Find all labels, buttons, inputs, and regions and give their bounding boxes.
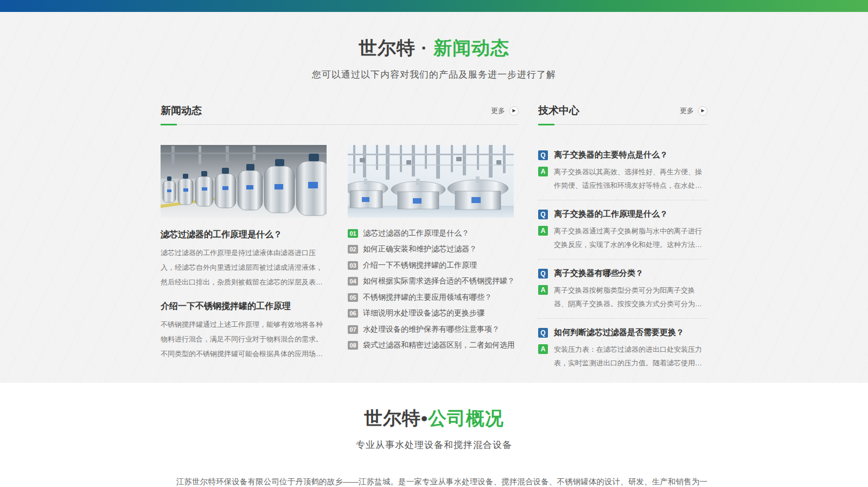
list-item[interactable]: 03介绍一下不锈钢搅拌罐的工作原理 (348, 257, 519, 274)
qa-question-text: 离子交换器有哪些分类？ (554, 268, 643, 279)
tech-center-column: 技术中心 更多 ▶ Q离子交换器的主要特点是什么？ A离子交换器以其高效、选择性… (538, 104, 707, 377)
news-image-mixers[interactable] (348, 145, 514, 218)
list-item-title: 不锈钢搅拌罐的主要应用领域有哪些？ (363, 293, 492, 302)
list-item-title: 详细说明水处理设备滤芯的更换步骤 (363, 308, 484, 318)
list-item[interactable]: 04如何根据实际需求选择合适的不锈钢搅拌罐？ (348, 274, 519, 290)
qa-answer-text: 离子交换器通过离子交换树脂与水中的离子进行交换反应，实现了水的净化和处理。这种方… (554, 224, 707, 251)
article-title[interactable]: 滤芯过滤器的工作原理是什么？ (161, 229, 327, 241)
list-item-title: 如何正确安装和维护滤芯过滤器？ (363, 244, 477, 254)
q-badge-icon: Q (538, 150, 548, 160)
qa-question[interactable]: Q离子交换器有哪些分类？ (538, 268, 707, 279)
list-number-badge: 01 (348, 229, 358, 238)
company-title-highlight: 公司概况 (428, 408, 504, 428)
list-item[interactable]: 06详细说明水处理设备滤芯的更换步骤 (348, 306, 519, 322)
list-number-badge: 06 (348, 309, 358, 318)
article-excerpt: 不锈钢搅拌罐通过上述工作原理，能够有效地将各种物料进行混合，满足不同行业对于物料… (161, 317, 327, 361)
list-item[interactable]: 01滤芯过滤器的工作原理是什么？ (348, 225, 519, 242)
qa-answer-text: 离子交换器按树脂类型分类可分为阳离子交换器、阴离子交换器。按按交换方式分类可分为… (554, 283, 707, 311)
tech-more-label: 更多 (680, 106, 694, 116)
list-item[interactable]: 02如何正确安装和维护滤芯过滤器？ (348, 242, 519, 258)
tech-header-divider (538, 124, 707, 125)
arrow-right-icon: ▶ (509, 106, 519, 116)
list-item[interactable]: 05不锈钢搅拌罐的主要应用领域有哪些？ (348, 289, 519, 306)
qa-question[interactable]: Q离子交换器的主要特点是什么？ (538, 150, 707, 160)
qa-question-text: 离子交换器的主要特点是什么？ (554, 150, 668, 160)
list-item-title: 袋式过滤器和精密过滤器区别，二者如何选用 (363, 340, 515, 350)
news-section: 世尔特 · 新闻动态 您可以通过以下内容对我们的产品及服务进一步进行了解 新闻动… (0, 12, 868, 383)
company-section-subtitle: 专业从事水处理设备和搅拌混合设备 (0, 439, 868, 451)
company-intro-paragraph: 江苏世尔特环保设备有限公司位于丹顶鹤的故乡——江苏盐城。是一家专业从事水处理设备… (161, 473, 707, 487)
company-title-prefix: 世尔特• (364, 408, 428, 428)
news-column: 新闻动态 更多 ▶ (161, 104, 519, 377)
qa-question-text: 如何判断滤芯过滤器是否需要更换？ (554, 327, 684, 338)
green-accent-segment (161, 124, 177, 125)
company-section: 世尔特•公司概况 专业从事水处理设备和搅拌混合设备 江苏世尔特环保设备有限公司位… (0, 383, 868, 487)
list-item[interactable]: 08袋式过滤器和精密过滤器区别，二者如何选用 (348, 338, 519, 354)
list-item-title: 介绍一下不锈钢搅拌罐的工作原理 (363, 261, 477, 270)
list-number-badge: 03 (348, 261, 358, 270)
news-section-subtitle: 您可以通过以下内容对我们的产品及服务进一步进行了解 (0, 68, 868, 81)
qa-item: Q离子交换器有哪些分类？ A离子交换器按树脂类型分类可分为阳离子交换器、阴离子交… (538, 259, 707, 318)
q-badge-icon: Q (538, 328, 548, 338)
news-title-prefix: 世尔特 · (359, 37, 433, 58)
list-number-badge: 02 (348, 245, 358, 254)
list-item-title: 滤芯过滤器的工作原理是什么？ (363, 229, 469, 238)
top-gradient-bar (0, 0, 868, 12)
arrow-right-icon: ▶ (698, 106, 707, 116)
news-article: 介绍一下不锈钢搅拌罐的工作原理 不锈钢搅拌罐通过上述工作原理，能够有效地将各种物… (161, 301, 327, 361)
list-number-badge: 04 (348, 277, 358, 286)
list-item-title: 如何根据实际需求选择合适的不锈钢搅拌罐？ (363, 276, 515, 286)
a-badge-icon: A (538, 167, 548, 176)
qa-question[interactable]: Q离子交换器的工作原理是什么？ (538, 209, 707, 219)
qa-item: Q离子交换器的主要特点是什么？ A离子交换器以其高效、选择性好、再生方便、操作简… (538, 141, 707, 200)
news-title-list: 01滤芯过滤器的工作原理是什么？ 02如何正确安装和维护滤芯过滤器？ 03介绍一… (348, 225, 519, 353)
tech-more-button[interactable]: 更多 ▶ (680, 106, 707, 116)
q-badge-icon: Q (538, 269, 548, 279)
qa-answer-text: 安装压力表：在滤芯过滤器的进出口处安装压力表，实时监测进出口的压力值。随着滤芯使… (554, 343, 707, 370)
news-section-title: 世尔特 · 新闻动态 (0, 36, 868, 61)
news-image-tanks[interactable] (161, 145, 327, 218)
a-badge-icon: A (538, 285, 548, 295)
news-header-divider (161, 124, 519, 125)
qa-question-text: 离子交换器的工作原理是什么？ (554, 209, 668, 219)
news-column-header: 新闻动态 (161, 104, 202, 118)
qa-item: Q如何判断滤芯过滤器是否需要更换？ A安装压力表：在滤芯过滤器的进出口处安装压力… (538, 318, 707, 377)
list-item[interactable]: 07水处理设备的维护保养有哪些注意事项？ (348, 321, 519, 338)
qa-item: Q离子交换器的工作原理是什么？ A离子交换器通过离子交换树脂与水中的离子进行交换… (538, 200, 707, 259)
news-more-button[interactable]: 更多 ▶ (491, 106, 519, 116)
a-badge-icon: A (538, 344, 548, 354)
company-section-title: 世尔特•公司概况 (0, 406, 868, 431)
news-more-label: 更多 (491, 106, 505, 116)
news-title-highlight: 新闻动态 (433, 37, 509, 58)
qa-question[interactable]: Q如何判断滤芯过滤器是否需要更换？ (538, 327, 707, 338)
qa-list: Q离子交换器的主要特点是什么？ A离子交换器以其高效、选择性好、再生方便、操作简… (538, 141, 707, 377)
article-excerpt: 滤芯过滤器的工作原理是待过滤液体由滤器进口压入，经滤芯自外向里透过滤层而被过滤成… (161, 245, 327, 289)
a-badge-icon: A (538, 226, 548, 236)
q-badge-icon: Q (538, 210, 548, 219)
list-number-badge: 07 (348, 325, 358, 334)
qa-answer-text: 离子交换器以其高效、选择性好、再生方便、操作简便、适应性强和环境友好等特点，在水… (554, 165, 707, 192)
news-article: 滤芯过滤器的工作原理是什么？ 滤芯过滤器的工作原理是待过滤液体由滤器进口压入，经… (161, 229, 327, 289)
list-item-title: 水处理设备的维护保养有哪些注意事项？ (363, 325, 500, 334)
list-number-badge: 08 (348, 341, 358, 350)
green-accent-segment (538, 124, 554, 125)
article-title[interactable]: 介绍一下不锈钢搅拌罐的工作原理 (161, 301, 327, 312)
list-number-badge: 05 (348, 293, 358, 302)
tech-column-header: 技术中心 (538, 104, 579, 118)
